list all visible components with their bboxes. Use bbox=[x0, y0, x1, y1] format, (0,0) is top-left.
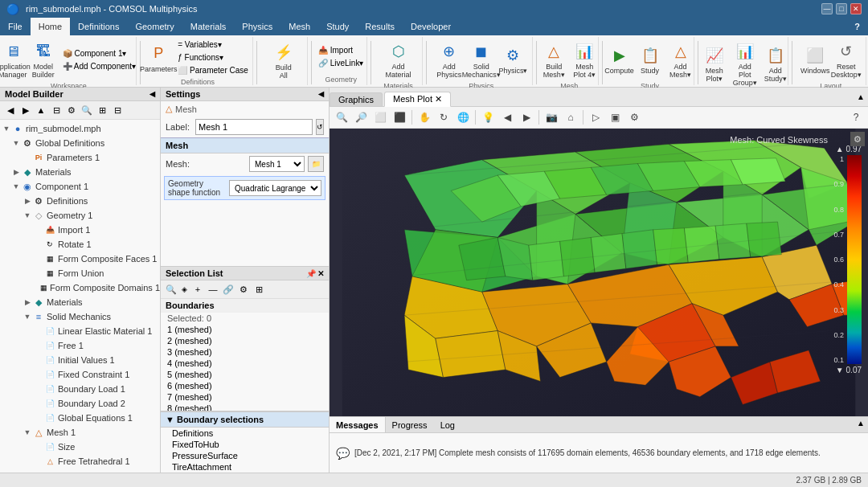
tab-physics[interactable]: Physics bbox=[234, 18, 280, 35]
maximize-btn[interactable]: □ bbox=[836, 3, 847, 14]
mb-search-btn[interactable]: 🔍 bbox=[80, 103, 94, 117]
zoom-out-btn[interactable]: 🔎 bbox=[352, 108, 370, 126]
physics-btn[interactable]: ⚙ Physics▾ bbox=[498, 43, 527, 76]
add-component-btn[interactable]: ➕ Add Component▾ bbox=[59, 60, 140, 72]
livelink-btn[interactable]: 🔗 LiveLink▾ bbox=[315, 57, 366, 69]
model-builder-collapse[interactable]: ◀ bbox=[149, 90, 155, 98]
tree-item-boundary-load1[interactable]: 📄 Boundary Load 1 bbox=[0, 382, 160, 396]
tree-item-form-union[interactable]: ▦ Form Union bbox=[0, 266, 160, 280]
app-manager-btn[interactable]: 🖥 ApplicationManager bbox=[0, 39, 27, 80]
tab-mesh[interactable]: Mesh bbox=[280, 18, 318, 35]
scene-light-btn[interactable]: 💡 bbox=[479, 108, 497, 126]
sel-add-btn[interactable]: + bbox=[190, 282, 205, 297]
selection-btn[interactable]: ▣ bbox=[606, 108, 624, 126]
tree-item-initial-values[interactable]: 📄 Initial Values 1 bbox=[0, 353, 160, 367]
zoom-selection-btn[interactable]: ⬛ bbox=[391, 108, 408, 126]
tree-item-global-defs[interactable]: ▼ ⚙ Global Definitions bbox=[0, 136, 160, 150]
sel-item-2[interactable]: 2 (meshed) bbox=[161, 335, 329, 346]
boundary-item-tire-attachment[interactable]: TireAttachment bbox=[161, 461, 329, 473]
boundary-item-pressure-surface[interactable]: PressureSurface bbox=[161, 450, 329, 461]
sel-remove-btn[interactable]: — bbox=[206, 282, 220, 297]
tab-developer[interactable]: Developer bbox=[403, 18, 459, 35]
study-btn[interactable]: 📋 Study bbox=[636, 43, 665, 76]
tab-materials[interactable]: Materials bbox=[182, 18, 235, 35]
graphics-settings-icon[interactable]: ⚙ bbox=[850, 132, 865, 146]
rotate-btn[interactable]: ↻ bbox=[435, 108, 452, 126]
tab-home[interactable]: Home bbox=[31, 18, 70, 35]
tree-item-mesh1[interactable]: ▼ △ Mesh 1 bbox=[0, 425, 160, 440]
add-mesh-btn[interactable]: △ AddMesh▾ bbox=[666, 39, 695, 80]
tree-item-root[interactable]: ▼ ● rim_submodel.mph bbox=[0, 121, 160, 136]
sel-link-btn[interactable]: 🔗 bbox=[221, 282, 235, 297]
tree-item-size[interactable]: 📄 Size bbox=[0, 440, 160, 454]
tree-item-global-equations[interactable]: 📄 Global Equations 1 bbox=[0, 411, 160, 425]
geometry-shape-select[interactable]: Quadratic Lagrange bbox=[229, 180, 321, 196]
sel-item-8[interactable]: 8 (meshed) bbox=[161, 403, 329, 411]
sel-expand-btn[interactable]: ⊞ bbox=[252, 282, 266, 297]
tree-item-form-composite-domains[interactable]: ▦ Form Composite Domains 1 bbox=[0, 280, 160, 295]
sel-item-6[interactable]: 6 (meshed) bbox=[161, 380, 329, 391]
tab-progress[interactable]: Progress bbox=[386, 417, 434, 432]
reset-desktop-btn[interactable]: ↺ ResetDesktop▾ bbox=[831, 39, 861, 80]
sel-item-3[interactable]: 3 (meshed) bbox=[161, 346, 329, 358]
build-all-btn[interactable]: ⚡ BuildAll bbox=[269, 39, 298, 81]
tree-item-free1[interactable]: 📄 Free 1 bbox=[0, 338, 160, 353]
sel-settings-btn[interactable]: ⚙ bbox=[236, 282, 251, 297]
tree-item-materials-top[interactable]: ▶ ◆ Materials bbox=[0, 165, 160, 179]
param-case-btn[interactable]: ⬜ Parameter Case bbox=[174, 64, 252, 76]
tree-item-rotate1[interactable]: ↻ Rotate 1 bbox=[0, 237, 160, 252]
settings-label-input[interactable] bbox=[195, 119, 313, 135]
graphics-view[interactable]: Mesh: Curved Skewness ▲ 0.97 1 0.9 0.8 0… bbox=[330, 129, 868, 416]
add-study-results-btn[interactable]: 📋 AddStudy▾ bbox=[761, 43, 790, 84]
add-plot-group-btn[interactable]: 📊 Add PlotGroup▾ bbox=[731, 39, 760, 88]
settings-reset-btn[interactable]: ↺ bbox=[316, 119, 324, 135]
tree-item-form-composite-faces[interactable]: ▦ Form Composite Faces 1 bbox=[0, 252, 160, 266]
next-btn[interactable]: ▶ bbox=[518, 108, 535, 126]
mb-split-btn[interactable]: ⊟ bbox=[49, 103, 63, 117]
tree-item-definitions[interactable]: ▶ ⚙ Definitions bbox=[0, 194, 160, 208]
sel-close-btn[interactable]: ✕ bbox=[317, 269, 324, 278]
tree-item-import1[interactable]: 📥 Import 1 bbox=[0, 223, 160, 237]
zoom-in-btn[interactable]: 🔍 bbox=[333, 108, 350, 126]
mesh-select[interactable]: Mesh 1 bbox=[249, 156, 305, 172]
help-btn[interactable]: ? bbox=[846, 18, 868, 35]
pan-btn[interactable]: ✋ bbox=[416, 108, 433, 126]
mb-forward-btn[interactable]: ▶ bbox=[18, 103, 33, 117]
orbit-btn[interactable]: 🌐 bbox=[454, 108, 472, 126]
windows-btn[interactable]: ⬜ Windows bbox=[800, 43, 829, 76]
tree-item-component1[interactable]: ▼ ◉ Component 1 bbox=[0, 179, 160, 194]
tab-geometry[interactable]: Geometry bbox=[127, 18, 182, 35]
mesh-plot-results-btn[interactable]: 📈 MeshPlot▾ bbox=[700, 43, 729, 84]
sel-item-5[interactable]: 5 (meshed) bbox=[161, 369, 329, 380]
tree-item-boundary-load2[interactable]: 📄 Boundary Load 2 bbox=[0, 396, 160, 411]
settings-view-btn[interactable]: ⚙ bbox=[625, 108, 643, 126]
tree-item-params1[interactable]: Pi Parameters 1 bbox=[0, 150, 160, 165]
graphics-expand-btn[interactable]: ▲ bbox=[854, 91, 868, 103]
parameters-btn[interactable]: P Parameters bbox=[144, 41, 173, 75]
tree-item-materials2[interactable]: ▶ ◆ Materials bbox=[0, 295, 160, 309]
add-physics-btn[interactable]: ⊕ AddPhysics bbox=[435, 39, 464, 80]
tree-item-free-tet[interactable]: △ Free Tetrahedral 1 bbox=[0, 454, 160, 469]
sel-item-1[interactable]: 1 (meshed) bbox=[161, 324, 329, 335]
messages-expand-btn[interactable]: ▲ bbox=[854, 417, 868, 432]
tree-item-geometry1[interactable]: ▼ ◇ Geometry 1 bbox=[0, 208, 160, 223]
boundary-selections-section[interactable]: ▼ Boundary selections bbox=[161, 411, 329, 428]
sel-pin-btn[interactable]: 📌 bbox=[306, 269, 316, 278]
mb-up-btn[interactable]: ▲ bbox=[34, 103, 48, 117]
reset-view-btn[interactable]: ⌂ bbox=[562, 108, 579, 126]
minimize-btn[interactable]: — bbox=[821, 3, 833, 14]
sel-filter-btn[interactable]: 🔍 bbox=[164, 282, 178, 297]
zoom-extents-btn[interactable]: ⬜ bbox=[371, 108, 389, 126]
mb-back-btn[interactable]: ◀ bbox=[3, 103, 18, 117]
close-btn[interactable]: ✕ bbox=[850, 3, 862, 14]
compute-btn[interactable]: ▶ Compute bbox=[605, 43, 634, 76]
mb-settings-btn[interactable]: ⚙ bbox=[64, 103, 79, 117]
tree-item-fixed-constraint[interactable]: 📄 Fixed Constraint 1 bbox=[0, 367, 160, 382]
sel-item-7[interactable]: 7 (meshed) bbox=[161, 391, 329, 403]
sel-boundaries-btn[interactable]: ◈ bbox=[179, 282, 190, 297]
settings-collapse[interactable]: ◀ bbox=[318, 90, 324, 98]
mb-expand-btn[interactable]: ⊞ bbox=[95, 103, 109, 117]
variables-btn[interactable]: = Variables▾ bbox=[174, 39, 252, 51]
functions-btn[interactable]: ƒ Functions▾ bbox=[174, 51, 252, 63]
solid-mechanics-btn[interactable]: ◼ SolidMechanics▾ bbox=[465, 39, 497, 80]
